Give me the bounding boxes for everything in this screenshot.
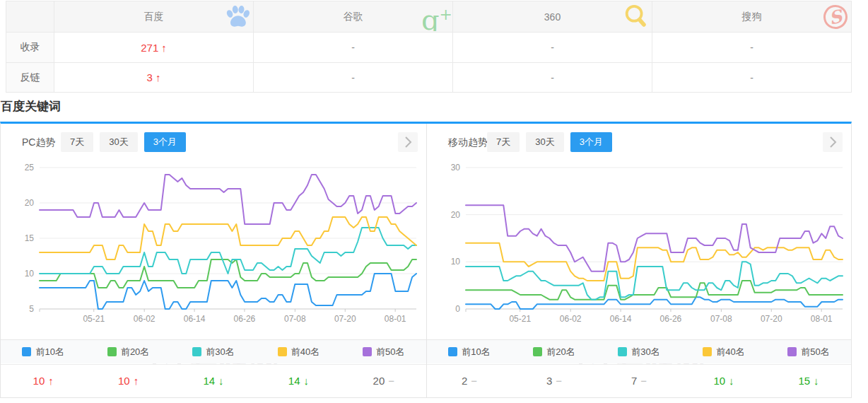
legend-item-前10名[interactable]: 前10名 [1,346,86,358]
up-indicator-icon: ↑ [48,375,54,387]
svg-text:06-26: 06-26 [234,314,256,324]
svg-text:20: 20 [451,210,461,220]
pc-summary-row: 10↑10↑14↓14↓20− [1,364,426,397]
mobile-line-chart: 010203005-2106-0206-1406-2607-0807-2008-… [427,160,852,330]
engine-header-360[interactable]: 360 [452,1,652,32]
legend-swatch [363,347,372,356]
series-line-前30名 [40,228,416,274]
up-indicator-icon: ↑ [134,375,139,387]
svg-text:06-26: 06-26 [660,314,682,324]
pc-panel-header: PC趋势 7天30天3个月 [1,132,426,153]
pc-trend-panel: PC趋势 7天30天3个月 51015202505-2106-0206-1406… [1,124,426,397]
svg-text:07-08: 07-08 [284,314,306,324]
legend-item-前30名[interactable]: 前30名 [171,346,256,358]
legend-label: 前50名 [801,346,829,358]
rank-count-value: 7− [597,375,681,387]
legend-item-前20名[interactable]: 前20名 [86,346,170,358]
legend-label: 前10名 [462,346,490,358]
up-arrow-icon: ↑ [156,71,161,83]
chevron-right-icon [823,132,843,152]
svg-text:07-20: 07-20 [334,314,356,324]
series-line-前20名 [466,281,843,300]
range-tab-3个月[interactable]: 3个月 [570,132,612,152]
flat-indicator-icon: − [471,375,477,387]
rank-count-value: 14↓ [256,375,341,387]
metric-value-cell: - [253,32,452,62]
engine-header-sogou[interactable]: 搜狗 S [652,1,851,32]
legend-label: 前50名 [376,346,404,358]
mobile-trend-panel: 移动趋势 7天30天3个月 010203005-2106-0206-1406-2… [426,124,851,397]
rank-count-value: 10↓ [681,375,766,387]
legend-swatch [192,347,201,356]
next-page-button[interactable] [823,132,843,152]
svg-text:5: 5 [29,304,34,314]
table-corner-cell [6,1,54,32]
svg-text:20: 20 [25,198,35,208]
svg-text:06-02: 06-02 [134,314,156,324]
metric-value-cell: - [652,32,851,62]
legend-item-前10名[interactable]: 前10名 [427,346,512,358]
legend-item-前40名[interactable]: 前40名 [256,346,341,358]
pc-line-chart: 51015202505-2106-0206-1406-2607-0807-200… [1,160,426,330]
mobile-summary-row: 2−3−7−10↓15↓ [427,364,851,397]
rank-count-value: 3− [512,375,597,387]
range-tab-3个月[interactable]: 3个月 [144,132,186,152]
panel-label: 移动趋势 [448,136,488,149]
legend-item-前30名[interactable]: 前30名 [597,346,681,358]
pc-legend: 前10名前20名前30名前40名前50名 [1,339,426,363]
legend-label: 前10名 [35,346,64,358]
engine-header-google[interactable]: 谷歌g+ [253,1,452,32]
legend-item-前50名[interactable]: 前50名 [341,346,426,358]
rank-count-value: 14↓ [171,375,256,387]
range-tab-7天[interactable]: 7天 [487,132,520,152]
flat-indicator-icon: − [556,375,562,387]
legend-item-前20名[interactable]: 前20名 [512,346,597,358]
mobile-legend: 前10名前20名前30名前40名前50名 [427,339,851,363]
metric-row-label: 反链 [6,62,54,92]
legend-swatch [618,347,627,356]
svg-text:30: 30 [451,163,461,173]
legend-label: 前20名 [546,346,575,358]
engine-name: 谷歌 [344,11,363,23]
rank-count-value: 2− [427,375,512,387]
metric-value-cell[interactable]: 271↑ [54,32,253,62]
trend-panels: PC趋势 7天30天3个月 51015202505-2106-0206-1406… [0,122,852,398]
metric-value-cell: - [452,32,652,62]
svg-text:07-20: 07-20 [761,314,782,324]
down-indicator-icon: ↓ [729,375,734,387]
engine-header-baidu[interactable]: 百度 [54,1,253,32]
flat-indicator-icon: − [640,375,647,387]
metric-value-cell: - [253,62,452,92]
range-tab-30天[interactable]: 30天 [100,132,137,152]
svg-text:06-14: 06-14 [184,314,206,324]
svg-text:05-21: 05-21 [83,314,105,324]
svg-text:08-01: 08-01 [385,314,406,324]
legend-label: 前20名 [121,346,149,358]
legend-label: 前30名 [206,346,234,358]
legend-swatch [703,347,712,356]
range-tab-30天[interactable]: 30天 [526,132,563,152]
range-tab-7天[interactable]: 7天 [61,132,93,152]
legend-swatch [107,347,117,356]
legend-swatch [22,347,31,356]
flat-indicator-icon: − [388,375,394,387]
svg-text:08-01: 08-01 [811,314,833,324]
next-page-button[interactable] [398,132,418,152]
svg-text:25: 25 [25,163,35,173]
series-line-前10名 [466,297,843,309]
metric-value-cell[interactable]: 3↑ [54,62,253,92]
svg-text:06-14: 06-14 [610,314,632,324]
legend-item-前40名[interactable]: 前40名 [681,346,766,358]
rank-count-value: 20− [341,375,426,387]
pc-range-tabs: 7天30天3个月 [61,132,186,152]
down-indicator-icon: ↓ [304,375,310,387]
legend-item-前50名[interactable]: 前50名 [766,346,851,358]
down-indicator-icon: ↓ [218,375,224,387]
series-line-前50名 [40,175,416,224]
engine-name: 360 [544,11,561,23]
legend-swatch [278,347,287,356]
legend-swatch [787,347,797,356]
svg-text:15: 15 [25,233,35,243]
legend-label: 前30名 [631,346,659,358]
down-indicator-icon: ↓ [814,375,819,387]
